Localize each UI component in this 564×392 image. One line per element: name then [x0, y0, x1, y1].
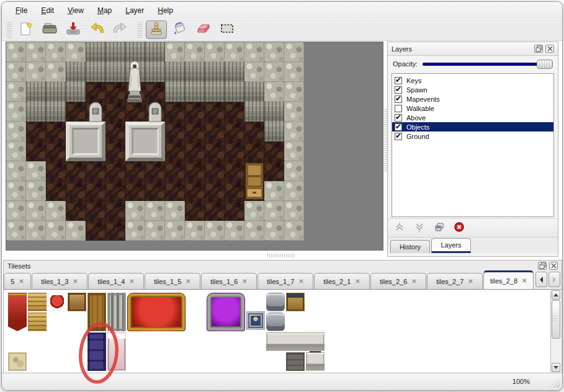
undo-tool-button[interactable]	[86, 20, 107, 39]
fill-tool-button[interactable]	[169, 20, 190, 39]
floor-tile[interactable]	[105, 82, 125, 102]
rock-tile[interactable]	[6, 102, 26, 122]
rock-tile[interactable]	[264, 102, 284, 122]
floor-tile[interactable]	[145, 82, 165, 102]
floor-tile[interactable]	[225, 122, 244, 141]
floor-tile[interactable]	[105, 102, 125, 122]
floor-tile[interactable]	[105, 161, 125, 181]
rock-tile[interactable]	[6, 221, 26, 241]
tileset-tile-red-banner[interactable]	[8, 293, 27, 331]
rock-tile[interactable]	[284, 141, 304, 161]
rock-tile[interactable]	[145, 201, 165, 221]
close-tab-icon[interactable]: ✕	[73, 278, 78, 285]
floor-tile[interactable]	[205, 102, 225, 122]
rock-tile[interactable]	[284, 82, 304, 102]
rock-tile[interactable]	[6, 122, 26, 141]
rock-tile[interactable]	[26, 42, 46, 62]
rock-tile[interactable]	[284, 122, 304, 141]
rock-tile[interactable]	[165, 82, 185, 102]
floor-tile[interactable]	[165, 141, 185, 161]
rock-tile[interactable]	[225, 82, 244, 102]
tileset-tile-wall-front[interactable]	[286, 352, 305, 371]
rock-tile[interactable]	[46, 201, 66, 221]
menu-map[interactable]: Map	[91, 4, 118, 17]
layer-visibility-checkbox[interactable]	[395, 77, 402, 84]
floor-tile[interactable]	[145, 161, 165, 181]
rock-tile[interactable]	[165, 201, 185, 221]
tileset-scrollbar[interactable]	[550, 290, 561, 372]
tileset-tab-tiles_2_7[interactable]: tiles_2_7✕	[427, 273, 483, 289]
floor-tile[interactable]	[105, 122, 125, 141]
rock-tile[interactable]	[244, 42, 264, 62]
tileset-tile-bed[interactable]	[107, 332, 126, 371]
close-tab-icon[interactable]: ✕	[522, 277, 527, 284]
floor-tile[interactable]	[86, 82, 105, 102]
tileset-tile-loom[interactable]	[28, 293, 47, 311]
layer-visibility-checkbox[interactable]	[395, 86, 402, 94]
floor-tile[interactable]	[205, 122, 225, 141]
close-tab-icon[interactable]: ✕	[19, 278, 24, 285]
rock-tile[interactable]	[46, 42, 66, 62]
rock-tile[interactable]	[165, 62, 185, 82]
rock-tile[interactable]	[225, 62, 244, 82]
menu-layer[interactable]: Layer	[119, 4, 150, 17]
floor-tile[interactable]	[105, 141, 125, 161]
close-tab-icon[interactable]: ✕	[298, 278, 303, 285]
rock-tile[interactable]	[205, 62, 225, 82]
floor-tile[interactable]	[225, 181, 244, 201]
rock-tile[interactable]	[145, 42, 165, 62]
floor-tile[interactable]	[105, 201, 125, 221]
menu-view[interactable]: View	[61, 4, 90, 17]
floor-tile[interactable]	[205, 141, 225, 161]
tileset-tab-tiles_2_1[interactable]: tiles_2_1✕	[314, 273, 370, 289]
floor-tile[interactable]	[105, 181, 125, 201]
tileset-tile-king-portrait[interactable]	[246, 311, 265, 330]
rock-tile[interactable]	[105, 62, 125, 82]
dock-tab-history[interactable]: History	[390, 240, 430, 253]
tileset-tile-wall-slabs[interactable]	[266, 332, 325, 351]
tileset-tab-tiles_1_6[interactable]: tiles_1_6✕	[201, 273, 257, 289]
rock-tile[interactable]	[284, 221, 304, 241]
floor-tile[interactable]	[86, 161, 105, 181]
rock-tile[interactable]	[105, 42, 125, 62]
rock-tile[interactable]	[145, 221, 165, 241]
rock-tile[interactable]	[46, 102, 66, 122]
scroll-tabs-left-button[interactable]	[535, 272, 547, 287]
floor-tile[interactable]	[165, 122, 185, 141]
dock-tab-layers[interactable]: Layers	[431, 238, 471, 253]
rock-tile[interactable]	[185, 62, 205, 82]
float-panel-icon[interactable]	[534, 45, 543, 53]
tileset-tab-tiles_1_4[interactable]: tiles_1_4✕	[88, 273, 144, 289]
rock-tile[interactable]	[244, 82, 264, 102]
rock-tile[interactable]	[6, 201, 26, 221]
eraser-tool-button[interactable]	[193, 20, 214, 39]
open-tool-button[interactable]	[39, 20, 60, 39]
rock-tile[interactable]	[244, 102, 264, 122]
rock-tile[interactable]	[46, 62, 66, 82]
floor-tile[interactable]	[46, 122, 66, 141]
floor-tile[interactable]	[165, 181, 185, 201]
layer-row-walkable[interactable]: Walkable	[392, 104, 553, 113]
rock-tile[interactable]	[284, 62, 304, 82]
floor-tile[interactable]	[264, 141, 284, 161]
floor-tile[interactable]	[26, 141, 46, 161]
layer-row-keys[interactable]: Keys	[392, 76, 553, 85]
rock-tile[interactable]	[26, 181, 46, 201]
map-view[interactable]	[6, 42, 383, 251]
floor-tile[interactable]	[66, 161, 86, 181]
floor-tile[interactable]	[86, 221, 105, 241]
floor-tile[interactable]	[225, 161, 244, 181]
rock-tile[interactable]	[6, 181, 26, 201]
menu-file[interactable]: File	[9, 4, 34, 17]
floor-tile[interactable]	[244, 141, 264, 161]
tileset-tile-red-cushion[interactable]	[48, 293, 66, 311]
rock-tile[interactable]	[225, 221, 244, 241]
opacity-slider[interactable]	[423, 59, 553, 69]
rock-tile[interactable]	[264, 181, 284, 201]
floor-tile[interactable]	[225, 141, 244, 161]
floor-tile[interactable]	[26, 122, 46, 141]
scroll-up-button[interactable]	[552, 290, 560, 300]
tileset-tile-gray-sofa-2[interactable]	[266, 313, 285, 331]
tileset-tab-tiles_1_5[interactable]: tiles_1_5✕	[145, 273, 200, 289]
rock-tile[interactable]	[244, 221, 264, 241]
